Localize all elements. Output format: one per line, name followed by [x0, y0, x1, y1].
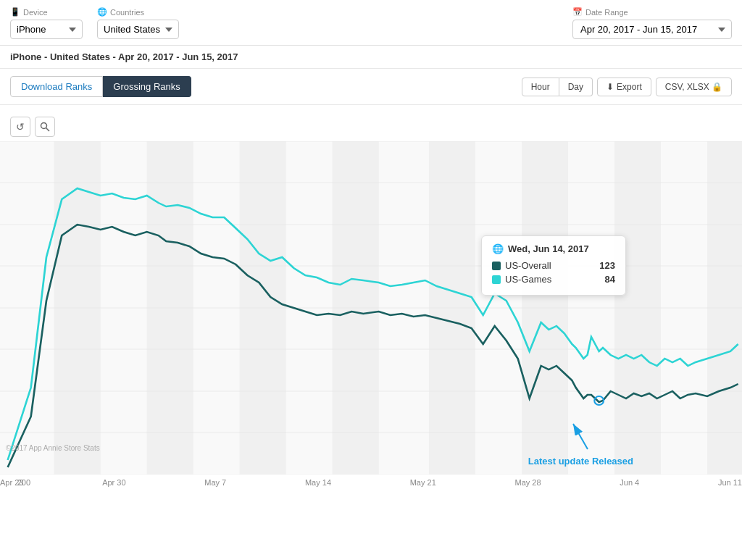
svg-rect-16: [429, 141, 475, 475]
svg-line-1: [46, 128, 50, 132]
csv-button[interactable]: CSV, XLSX 🔒: [656, 78, 732, 96]
device-select[interactable]: iPhone iPad: [10, 20, 83, 39]
annotation-arrow-svg: [566, 417, 595, 453]
countries-select[interactable]: United States Global: [97, 20, 179, 39]
x-label-apr23: Apr 23: [0, 478, 23, 487]
export-button[interactable]: ⬇ Export: [597, 78, 651, 96]
date-range-select[interactable]: Apr 20, 2017 - Jun 15, 2017: [572, 20, 732, 39]
chart-container: 1 25 50 75 100 125 150 175 200: [0, 141, 742, 487]
hour-button[interactable]: Hour: [522, 78, 559, 96]
x-label-may7: May 7: [204, 478, 226, 487]
subtitle-text: iPhone - United States - Apr 20, 2017 - …: [10, 51, 238, 62]
countries-filter: 🌐 Countries United States Global: [97, 7, 179, 39]
calendar-icon: 📅: [572, 7, 583, 17]
chart-area: ↺ 1 25 50 75 100 125 150 175 200: [0, 105, 742, 487]
rank-tabs: Download Ranks Grossing Ranks: [10, 76, 191, 97]
svg-rect-13: [147, 141, 193, 475]
time-button-group: Hour Day: [522, 78, 593, 96]
date-range-label: 📅 Date Range: [572, 7, 732, 17]
download-icon: ⬇: [606, 82, 614, 92]
right-controls: Hour Day ⬇ Export CSV, XLSX 🔒: [522, 78, 732, 96]
svg-line-21: [573, 424, 588, 449]
chart-toolbar: ↺: [0, 112, 742, 141]
subtitle-bar: iPhone - United States - Apr 20, 2017 - …: [0, 46, 742, 69]
chart-controls: Download Ranks Grossing Ranks Hour Day ⬇…: [0, 69, 742, 105]
device-filter: 📱 Device iPhone iPad: [10, 7, 83, 39]
top-bar: 📱 Device iPhone iPad 🌐 Countries United …: [0, 0, 742, 46]
annotation: Latest update Released: [528, 417, 633, 467]
day-button[interactable]: Day: [559, 78, 593, 96]
x-label-may28: May 28: [514, 478, 541, 487]
x-label-jun11: Jun 11: [718, 478, 742, 487]
zoom-icon: [40, 122, 50, 132]
x-axis: Apr 23 Apr 30 May 7 May 14 May 21 May 28…: [0, 477, 742, 487]
globe-icon: 🌐: [97, 7, 107, 17]
x-label-may21: May 21: [410, 478, 436, 487]
chart-plot: 🌐 Wed, Jun 14, 2017 US-Overall 123 US-Ga…: [0, 141, 742, 487]
x-label-jun4: Jun 4: [620, 478, 639, 487]
download-ranks-tab[interactable]: Download Ranks: [10, 76, 103, 97]
zoom-button[interactable]: [35, 117, 55, 137]
annotation-text: Latest update Released: [528, 456, 633, 467]
countries-label: 🌐 Countries: [97, 7, 179, 17]
watermark: ©2017 App Annie Store Stats: [6, 444, 100, 452]
reset-zoom-button[interactable]: ↺: [10, 117, 30, 137]
date-range-filter: 📅 Date Range Apr 20, 2017 - Jun 15, 2017: [572, 7, 732, 39]
x-label-may14: May 14: [305, 478, 331, 487]
svg-rect-19: [707, 141, 742, 475]
x-label-apr30: Apr 30: [102, 478, 125, 487]
svg-rect-15: [333, 141, 379, 475]
svg-point-0: [41, 123, 47, 129]
device-label: 📱 Device: [10, 7, 83, 17]
svg-rect-12: [54, 141, 101, 475]
svg-rect-14: [240, 141, 286, 475]
grossing-ranks-tab[interactable]: Grossing Ranks: [103, 76, 191, 97]
mobile-icon: 📱: [10, 7, 20, 17]
